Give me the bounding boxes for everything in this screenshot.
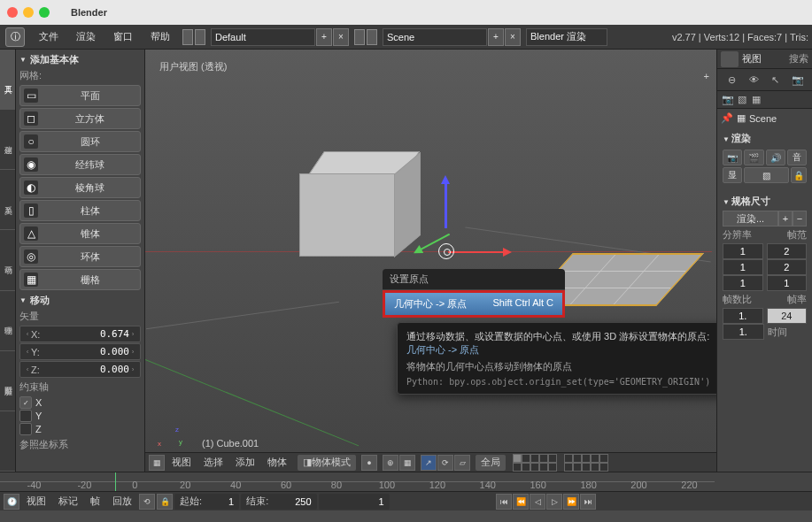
translate-y-field[interactable]: ‹Y:0.000› — [19, 343, 141, 360]
menu-tl-frame[interactable]: 帧 — [85, 495, 105, 508]
tab-physics[interactable]: 物理 — [0, 291, 15, 351]
menu-file[interactable]: 文件 — [30, 25, 67, 49]
layout-icons[interactable] — [182, 29, 207, 45]
menu-window[interactable]: 窗口 — [104, 25, 142, 49]
res-x-field[interactable]: 1 — [723, 243, 763, 259]
menu-item-geometry-to-origin[interactable]: 几何中心 -> 原点 Shift Ctrl Alt C — [385, 293, 562, 315]
manipulator-scale-icon[interactable]: ▱ — [454, 455, 470, 471]
play-render-button[interactable]: 🔊 — [766, 150, 785, 165]
end-frame-field[interactable]: 2 — [767, 259, 808, 275]
tab-tools[interactable]: 工具 — [0, 50, 15, 110]
menu-tl-view[interactable]: 视图 — [21, 495, 51, 508]
shading-solid-icon[interactable]: ● — [361, 455, 377, 471]
menu-help[interactable]: 帮助 — [142, 25, 179, 49]
jump-start-button[interactable]: ⏮ — [496, 494, 512, 510]
jump-end-button[interactable]: ⏭ — [580, 494, 596, 510]
timeline-type-icon[interactable]: 🕐 — [4, 494, 19, 510]
gizmo-z-arrow[interactable] — [445, 182, 447, 228]
manipulator-translate-icon[interactable]: ↗ — [421, 455, 437, 471]
translate-header[interactable]: 移动 — [19, 294, 141, 307]
constraint-z-checkbox[interactable] — [19, 423, 32, 435]
dimensions-header[interactable]: 规格尺寸 — [723, 192, 807, 211]
expand-panel-icon[interactable]: + — [704, 71, 709, 81]
menu-view3d-object[interactable]: 物体 — [262, 456, 292, 469]
outliner-dd[interactable]: 视图 — [742, 52, 762, 65]
screen-layout-dropdown[interactable]: Default — [211, 28, 315, 46]
add-mesh-button-2[interactable]: ○圆环 — [19, 131, 141, 152]
play-button[interactable]: ▷ — [546, 494, 562, 510]
editor-type-icon[interactable]: ▦ — [149, 455, 165, 471]
translate-x-field[interactable]: ‹X:0.674› — [19, 326, 141, 342]
add-primitives-header[interactable]: 添加基本体 — [19, 53, 141, 66]
aspect-y-field[interactable]: 1. — [723, 324, 764, 340]
add-mesh-button-3[interactable]: ◉经纬球 — [19, 154, 141, 175]
lock-icon[interactable]: 🔒 — [791, 167, 807, 183]
layer-buttons-2[interactable] — [564, 454, 608, 472]
add-scene-button[interactable]: + — [488, 28, 504, 46]
res-pct-field[interactable]: 1 — [723, 275, 763, 291]
restrict-view-icon[interactable]: ⊖ — [724, 73, 739, 87]
manipulator-rotate-icon[interactable]: ⟳ — [437, 455, 453, 471]
menu-view3d-select[interactable]: 选择 — [198, 456, 228, 469]
preset-del[interactable]: − — [793, 211, 807, 226]
timeline[interactable]: -40-20020406080100120140160180200220 — [0, 472, 812, 491]
render-layers-tab-icon[interactable]: ▧ — [735, 93, 749, 107]
translate-z-field[interactable]: ‹Z:0.000› — [19, 361, 141, 378]
start-frame-input[interactable]: 起始:1 — [174, 494, 239, 510]
fps-field[interactable]: 24 — [767, 308, 808, 324]
remove-scene-button[interactable]: × — [505, 28, 521, 46]
tab-animation[interactable]: 动画 — [0, 230, 15, 290]
scene-dropdown[interactable]: Scene — [383, 28, 487, 46]
menu-view3d-add[interactable]: 添加 — [230, 456, 260, 469]
sync-icon[interactable]: ⟲ — [139, 494, 155, 510]
render-tab-icon[interactable]: 📷 — [721, 93, 735, 107]
render-button[interactable]: 📷 — [723, 150, 742, 165]
aspect-x-field[interactable]: 1. — [723, 308, 763, 324]
menu-tl-marker[interactable]: 标记 — [53, 495, 83, 508]
gizmo-x-arrow[interactable] — [448, 251, 507, 253]
pin-icon[interactable]: 📌 — [721, 112, 733, 124]
tab-greasepencil[interactable]: 脏贴图 — [0, 351, 15, 411]
render-section-header[interactable]: 渲染 — [723, 129, 807, 148]
menu-render[interactable]: 渲染 — [67, 25, 104, 49]
add-mesh-button-7[interactable]: ◎环体 — [19, 246, 141, 267]
remove-layout-button[interactable]: × — [333, 28, 349, 46]
pivot-icon[interactable]: ⊕ — [383, 455, 398, 471]
play-reverse-button[interactable]: ◁ — [530, 494, 545, 510]
maximize-window-button[interactable] — [39, 7, 50, 18]
end-frame-input[interactable]: 结束:250 — [241, 494, 316, 510]
tab-empty[interactable] — [0, 411, 15, 472]
outliner-type-icon[interactable] — [721, 51, 739, 67]
visibility-icon[interactable]: 👁 — [746, 73, 761, 87]
layer-buttons[interactable] — [513, 454, 557, 472]
current-frame-input[interactable]: 1 — [319, 494, 390, 510]
add-mesh-button-4[interactable]: ◐棱角球 — [19, 177, 141, 198]
scene-icons[interactable] — [354, 29, 379, 45]
keyframe-next-button[interactable]: ⏩ — [563, 494, 579, 510]
gizmo-origin[interactable] — [438, 243, 454, 259]
constraint-y-checkbox[interactable] — [19, 410, 32, 422]
add-mesh-button-1[interactable]: ◻立方体 — [19, 108, 141, 129]
add-layout-button[interactable]: + — [316, 28, 332, 46]
constraint-x-checkbox[interactable]: ✓ — [19, 396, 32, 409]
render-engine-dropdown[interactable]: Blender 渲染 — [526, 28, 607, 46]
add-mesh-button-6[interactable]: △锥体 — [19, 223, 141, 244]
render-preset-dd[interactable]: 渲染... — [723, 211, 778, 226]
keyframe-prev-button[interactable]: ⏪ — [513, 494, 529, 510]
close-window-button[interactable] — [7, 7, 18, 18]
blender-logo-icon[interactable]: ⓘ — [5, 27, 25, 47]
start-frame-field[interactable]: 2 — [767, 243, 808, 259]
tab-create[interactable]: 创建 — [0, 110, 15, 170]
audio-button[interactable]: 音 — [787, 150, 807, 165]
3d-viewport[interactable]: 用户视图 (透视) + zyx (1) Cube.001 设置原点 几何中心 -… — [145, 50, 716, 472]
frame-step-field[interactable]: 1 — [767, 275, 808, 291]
add-mesh-button-0[interactable]: ▭平面 — [19, 85, 141, 106]
search-field[interactable]: 搜索 — [789, 52, 808, 65]
menu-tl-playback[interactable]: 回放 — [107, 495, 137, 508]
preset-add[interactable]: + — [778, 211, 793, 226]
mode-dropdown[interactable]: ◨ 物体模式 — [298, 455, 356, 471]
tab-relations[interactable]: 关系 — [0, 170, 15, 230]
add-mesh-button-5[interactable]: ▯柱体 — [19, 200, 141, 221]
add-mesh-button-8[interactable]: ▦栅格 — [19, 269, 141, 290]
minimize-window-button[interactable] — [23, 7, 34, 18]
